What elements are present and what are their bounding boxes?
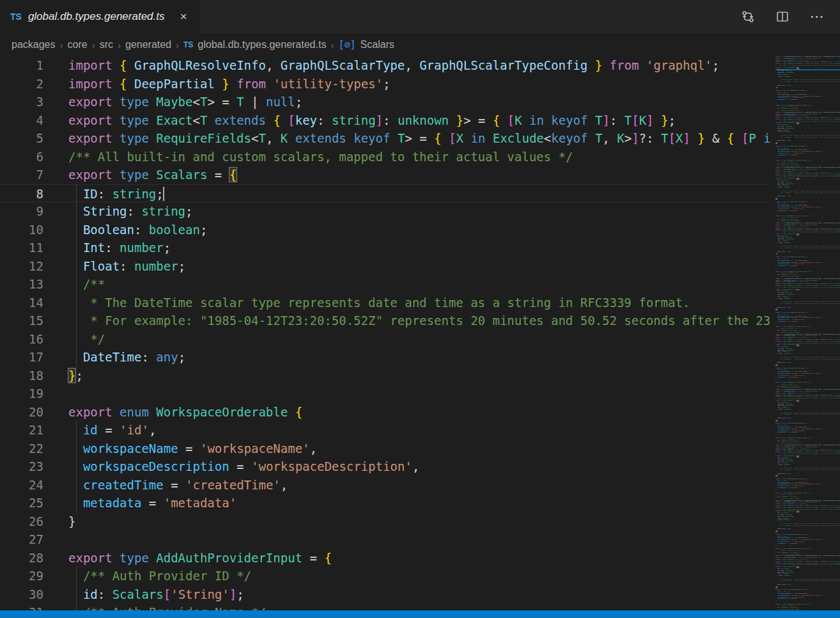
- code-token: String: [83, 204, 127, 218]
- code-token: extends: [295, 131, 346, 145]
- code-token: keyof: [551, 131, 587, 145]
- code-token: ,: [281, 478, 288, 492]
- code-token: }: [456, 113, 463, 127]
- code-token: type: [120, 551, 156, 565]
- code-line-25: 25 metadata = 'metadata': [0, 494, 770, 512]
- line-number: 15: [0, 312, 43, 330]
- minimap[interactable]: import { GraphQLResolveInfo, GraphQLScal…: [770, 56, 840, 610]
- line-text: export type Scalars = {: [68, 166, 237, 184]
- open-changes-icon[interactable]: [739, 8, 757, 26]
- line-text: export type Exact<T extends { [key: stri…: [68, 111, 676, 130]
- line-text: createdTime = 'createdTime',: [68, 476, 288, 495]
- breadcrumb-item-packages[interactable]: packages: [12, 39, 56, 51]
- code-token: [654, 113, 661, 127]
- code-comment: * For example: "1985-04-12T23:20:50.52Z"…: [68, 313, 770, 328]
- tab-close-icon[interactable]: ×: [178, 8, 190, 25]
- code-token: type: [120, 113, 156, 127]
- code-token: [639, 58, 646, 72]
- code-token: [449, 113, 456, 127]
- code-line-3: 3export type Maybe<T> = T | null;: [0, 93, 770, 111]
- code-token: [: [742, 131, 749, 145]
- code-token: [127, 58, 134, 72]
- code-token: }: [222, 77, 229, 91]
- code-token: &: [705, 131, 727, 145]
- line-number: 23: [0, 457, 43, 476]
- code-token: AddAuthProviderInput: [156, 551, 302, 565]
- code-token: :: [610, 113, 625, 127]
- line-text: export type Maybe<T> = T | null;: [68, 93, 302, 111]
- breadcrumb-item-generated[interactable]: generated: [125, 39, 171, 51]
- indent-guide: [76, 440, 77, 458]
- code-token: 'id': [120, 423, 149, 437]
- code-token: metadata: [83, 496, 142, 510]
- more-actions-icon[interactable]: ⋯: [808, 8, 826, 26]
- split-editor-icon[interactable]: [774, 8, 791, 26]
- breadcrumb-item-file[interactable]: TSglobal.db.types.generated.ts: [183, 39, 326, 51]
- line-number: 8: [0, 185, 43, 202]
- indent-guide: [76, 239, 77, 257]
- editor-actions: ⋯: [739, 0, 840, 33]
- breadcrumb-item-core[interactable]: core: [68, 39, 88, 51]
- code-token: [127, 77, 134, 91]
- line-number: 18: [0, 367, 43, 385]
- code-editor[interactable]: 1import { GraphQLResolveInfo, GraphQLSca…: [0, 56, 770, 610]
- code-token: Exclude: [493, 131, 544, 145]
- code-token: any: [156, 350, 178, 364]
- indent-guide: [76, 312, 77, 330]
- code-token: [602, 58, 609, 72]
- line-text: export type RequireFields<T, K extends k…: [68, 129, 770, 148]
- line-number: 5: [0, 129, 43, 148]
- code-token: id: [83, 423, 98, 437]
- code-token: [442, 131, 449, 145]
- code-line-23: 23 workspaceDescription = 'workspaceDesc…: [0, 457, 770, 476]
- code-token: export: [68, 131, 120, 145]
- indent-guide: [76, 257, 77, 276]
- code-token: ID: [83, 187, 98, 201]
- code-line-27: 27: [0, 530, 770, 549]
- code-token: Exact: [156, 113, 192, 127]
- editor-tab[interactable]: TS global.db.types.generated.ts ×: [0, 0, 200, 33]
- line-number: 2: [0, 75, 43, 93]
- breadcrumb-file-label: global.db.types.generated.ts: [198, 39, 326, 51]
- status-bar[interactable]: [0, 610, 840, 618]
- code-token: {: [295, 405, 302, 419]
- line-number: 24: [0, 476, 43, 495]
- symbol-type-icon: [⊘]: [338, 39, 355, 51]
- code-line-28: 28export type AddAuthProviderInput = {: [0, 549, 770, 567]
- code-token: 'workspaceDescription': [251, 459, 412, 473]
- code-token: boolean: [149, 223, 200, 237]
- line-number: 19: [0, 384, 43, 403]
- code-line-21: 21 id = 'id',: [0, 421, 770, 440]
- code-token: [229, 77, 237, 91]
- code-token: :: [317, 113, 332, 127]
- code-token: type: [120, 168, 156, 182]
- line-text: DateTime: any;: [68, 348, 185, 367]
- line-text: workspaceDescription = 'workspaceDescrip…: [68, 457, 419, 476]
- code-token: ,: [602, 131, 617, 145]
- code-line-20: 20export enum WorkspaceOrderable {: [0, 403, 770, 422]
- breadcrumb-item-src[interactable]: src: [100, 39, 113, 51]
- code-token: T: [661, 131, 668, 145]
- line-text: /** Auth Provider ID */: [68, 567, 251, 585]
- line-number: 22: [0, 440, 43, 458]
- indent-guide: [76, 348, 77, 367]
- code-line-1: 1import { GraphQLResolveInfo, GraphQLSca…: [0, 56, 770, 75]
- line-text: * The DateTime scalar type represents da…: [68, 294, 690, 312]
- code-token: [587, 58, 595, 72]
- code-token: T: [200, 113, 207, 127]
- code-token: 'utility-types': [273, 77, 383, 91]
- code-comment: /**: [68, 277, 105, 291]
- line-number: 26: [0, 512, 43, 531]
- code-line-24: 24 createdTime = 'createdTime',: [0, 476, 770, 495]
- indent-guide: [76, 494, 77, 512]
- breadcrumb-item-symbol[interactable]: [⊘]Scalars: [338, 39, 394, 51]
- line-number: 31: [0, 603, 43, 610]
- code-token: }: [68, 514, 75, 528]
- code-token: [207, 113, 214, 127]
- code-token: number: [134, 259, 178, 273]
- indent-guide: [76, 202, 77, 221]
- code-token: }: [595, 58, 602, 72]
- code-token: import: [68, 58, 120, 72]
- code-line-6: 6/** All built-in and custom scalars, ma…: [0, 148, 770, 166]
- code-token: from: [610, 58, 639, 72]
